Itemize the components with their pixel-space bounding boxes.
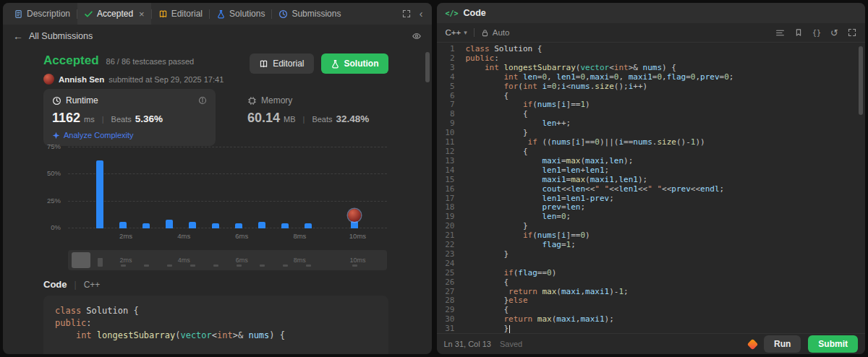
app: Description Accepted × Editorial <box>0 0 868 357</box>
tab-editorial[interactable]: Editorial <box>152 3 209 25</box>
tabbar-actions: ‹ <box>402 9 427 19</box>
runtime-bar[interactable] <box>258 222 265 228</box>
format-code-icon[interactable] <box>775 28 785 38</box>
info-icon[interactable] <box>198 96 207 105</box>
left-tabbar: Description Accepted × Editorial <box>3 3 432 25</box>
brush-minibar <box>213 264 218 267</box>
tab-submissions[interactable]: Submissions <box>272 3 347 25</box>
editor-line[interactable]: 22 flag=1; <box>437 241 866 250</box>
editor-line[interactable]: 12 { <box>437 147 866 157</box>
editor-scrollbar[interactable] <box>859 46 863 115</box>
eye-icon[interactable] <box>412 31 422 41</box>
runtime-bar[interactable] <box>305 223 312 228</box>
runtime-bar[interactable] <box>96 160 103 228</box>
language-selector[interactable]: C++ ▾ <box>446 28 467 37</box>
language-selected: C++ <box>446 28 461 37</box>
chevron-down-icon: ▾ <box>464 29 467 36</box>
bookmark-icon[interactable] <box>794 28 803 37</box>
solution-button[interactable]: Solution <box>321 53 388 74</box>
tab-description[interactable]: Description <box>7 3 77 25</box>
line-number: 24 <box>437 259 466 269</box>
editor-line[interactable]: 16 cout<<len<<" "<<len1<<" "<<prev<<endl… <box>437 185 866 194</box>
editor-line[interactable]: 14 len1=len+len1; <box>437 166 866 176</box>
brush-tick-label: 8ms <box>294 257 306 264</box>
analyze-complexity-link[interactable]: Analyze Complexity <box>52 131 207 139</box>
stats-row: Runtime 1162 ms | Beats 5.36% <box>43 89 388 146</box>
left-scrollbar[interactable] <box>425 52 430 82</box>
tab-accepted[interactable]: Accepted × <box>77 3 151 25</box>
runtime-bar[interactable] <box>119 222 127 228</box>
brush-handle[interactable] <box>72 252 90 268</box>
brush-tick-label: 4ms <box>178 257 190 264</box>
x-tick-label: 10ms <box>349 232 366 240</box>
close-tab-icon[interactable]: × <box>139 9 145 20</box>
submit-button[interactable]: Submit <box>808 335 858 353</box>
code-line <box>55 342 377 354</box>
expand-panel-icon[interactable] <box>402 9 411 18</box>
x-tick-label: 4ms <box>177 232 190 240</box>
line-number: 4 <box>437 73 466 82</box>
auto-toggle[interactable]: Auto <box>481 28 510 37</box>
tab-solutions-label: Solutions <box>229 9 265 19</box>
gridline <box>68 201 387 202</box>
ai-assistant-icon[interactable] <box>747 338 759 350</box>
runtime-card[interactable]: Runtime 1162 ms | Beats 5.36% <box>43 89 216 146</box>
code-editor-panel: </> Code C++ ▾ Auto {} <box>437 3 866 354</box>
line-number: 15 <box>437 176 466 185</box>
runtime-beats-value: 5.36% <box>135 113 163 124</box>
undo-icon[interactable]: ↺ <box>830 28 838 38</box>
collapse-panel-icon[interactable]: ‹ <box>420 9 423 19</box>
runtime-brush[interactable]: 2ms4ms6ms8ms10ms <box>68 250 387 270</box>
editorial-button[interactable]: Editorial <box>250 53 313 74</box>
history-clock-icon <box>278 9 288 19</box>
runtime-bar[interactable] <box>142 223 150 228</box>
editor-line[interactable]: 23 } <box>437 250 866 259</box>
editor-header: </> Code <box>437 3 866 23</box>
code-section-header: Code | C++ <box>43 279 388 290</box>
user-avatar-marker <box>348 209 361 222</box>
line-content: { <box>466 147 528 157</box>
memory-unit: MB <box>284 115 296 124</box>
fullscreen-icon[interactable] <box>848 28 856 37</box>
submitted-timestamp: submitted at Sep 29, 2025 17:41 <box>109 75 224 84</box>
memory-block[interactable]: Memory 60.14 MB | Beats 32.48% <box>247 89 369 126</box>
runtime-bar[interactable] <box>166 220 173 228</box>
gridline <box>68 147 387 147</box>
runtime-chart-xlabels: 2ms4ms6ms8ms10ms <box>68 232 387 244</box>
line-number: 22 <box>437 241 466 250</box>
runtime-bar[interactable] <box>281 223 289 228</box>
editor-line[interactable]: 26 { <box>437 278 866 288</box>
flask-icon <box>216 9 226 19</box>
editor-line[interactable]: 24 <box>437 259 866 269</box>
line-number: 23 <box>437 250 466 259</box>
run-button[interactable]: Run <box>764 335 801 353</box>
brush-minibar <box>121 264 126 267</box>
line-content: if(flag==0) <box>466 269 557 278</box>
runtime-distribution-chart: 0%25%50%75% 2ms4ms6ms8ms10ms <box>43 147 388 244</box>
editor-line[interactable]: 5 for(int i=0;i<nums.size();i++) <box>437 82 866 92</box>
tab-description-label: Description <box>27 9 70 19</box>
back-arrow-icon: ← <box>13 30 23 42</box>
code-icon: </> <box>446 9 459 17</box>
back-to-all-submissions[interactable]: ← All Submissions <box>13 30 93 42</box>
editor-line[interactable]: 31 } <box>437 324 866 333</box>
code-editor[interactable]: 1class Solution {2public:3 int longestSu… <box>437 43 866 333</box>
line-number: 25 <box>437 269 466 278</box>
editor-statusbar: Ln 31, Col 13 Saved Run Submit <box>437 333 866 354</box>
editor-line[interactable]: 25 if(flag==0) <box>437 269 866 278</box>
editor-line[interactable]: 4 int len=0, len1=0,maxi=0, maxi1=0,flag… <box>437 73 866 82</box>
brackets-icon[interactable]: {} <box>812 29 821 37</box>
brush-minibar <box>306 264 311 267</box>
editor-line[interactable]: 1class Solution { <box>437 45 866 54</box>
runtime-bar[interactable] <box>212 223 219 228</box>
author-name[interactable]: Annish Sen <box>59 75 104 84</box>
divider: | <box>102 115 104 124</box>
runtime-bar[interactable] <box>189 222 196 228</box>
runtime-bar[interactable] <box>235 223 242 228</box>
sparkle-icon <box>52 132 60 139</box>
tab-solutions[interactable]: Solutions <box>210 3 271 25</box>
brush-tick-label: 2ms <box>120 257 132 264</box>
brush-minibar <box>98 258 103 267</box>
editor-line[interactable]: 13 maxi=max(maxi,len); <box>437 157 866 166</box>
runtime-bar[interactable] <box>351 221 358 228</box>
